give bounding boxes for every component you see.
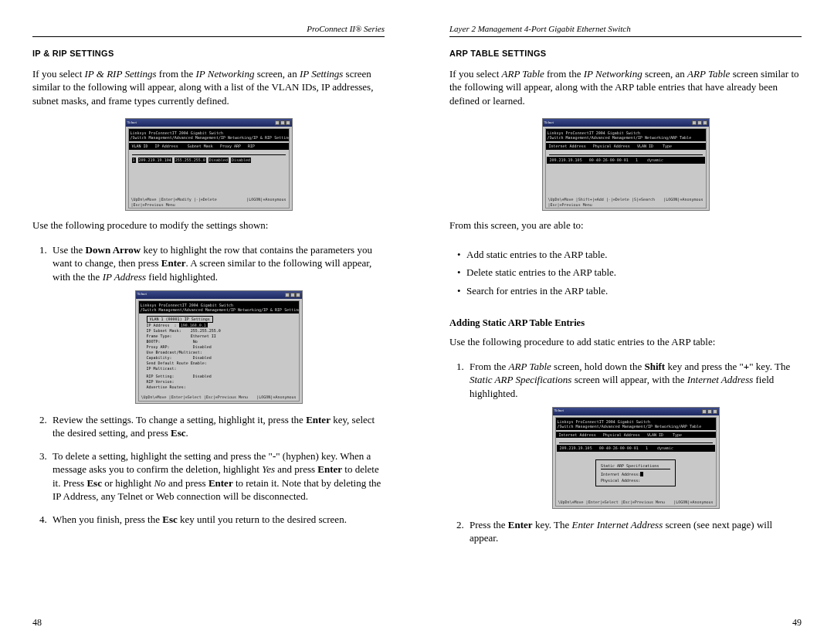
- header-left: ProConnect II® Series: [32, 23, 385, 37]
- arp-row: 209.219.19.105 00-40-26-00-00-01 1 dynam…: [547, 157, 705, 164]
- from-screen-text: From this screen, you are able to:: [449, 219, 802, 232]
- min-icon: [285, 293, 290, 297]
- term-header: Linksys ProConnectIT 2004 Gigabit Switch…: [129, 129, 289, 141]
- close-icon: [703, 120, 707, 125]
- step-3: To delete a setting, highlight the setti…: [49, 449, 385, 503]
- header-right: Layer 2 Management 4-Port Gigabit Ethern…: [449, 23, 802, 37]
- page-spread: ProConnect II® Series Ip & Rip Settings …: [0, 0, 834, 644]
- static-arp-box: Static ARP Specifications Internet Addre…: [595, 459, 676, 486]
- step-1: Use the Down Arrow key to highlight the …: [49, 243, 385, 404]
- figure-ip-edit: Telnet Linksys ProConnectIT 2004 Gigabit…: [53, 290, 385, 404]
- term-header: Linksys ProConnectIT 2004 Gigabit Switch…: [139, 301, 299, 314]
- use-procedure-text: Use the following procedure to modify th…: [32, 219, 385, 232]
- terminal-window: Telnet Linksys ProConnectIT 2004 Gigabit…: [135, 290, 303, 404]
- heading-ip-rip: Ip & Rip Settings: [32, 48, 385, 59]
- ip-address-field: 198.168.0.1: [179, 323, 208, 327]
- max-icon: [290, 293, 295, 297]
- intro-left: If you select IP & RIP Settings from the…: [32, 67, 385, 108]
- window-controls: [275, 120, 290, 125]
- close-icon: [286, 120, 290, 125]
- bullet-search: Search for entries in the ARP table.: [457, 284, 802, 298]
- bullet-add: Add static entries to the ARP table.: [457, 248, 802, 262]
- header-right-text: Layer 2 Management 4-Port Gigabit Ethern…: [449, 23, 631, 35]
- term-form: VLAN 1 (00001) IP Settings IP Address : …: [139, 314, 299, 392]
- step-4: When you finish, press the Esc key until…: [49, 513, 385, 527]
- term-data-row: 1 209.219.19.104 255.255.255.0 Disabled …: [129, 157, 289, 164]
- page-number-left: 48: [32, 616, 42, 629]
- close-icon: [713, 409, 717, 414]
- titlebar: Telnet: [136, 291, 302, 299]
- page-number-right: 49: [792, 616, 802, 629]
- figure-ip-settings: Telnet Linksys ProConnectIT 2004 Gigabit…: [32, 118, 385, 211]
- terminal-window: Telnet Linksys ProConnectIT 2004 Gigabit…: [552, 407, 720, 509]
- min-icon: [692, 120, 697, 125]
- figure-static-arp: Telnet Linksys ProConnectIT 2004 Gigabit…: [470, 407, 802, 509]
- term-columns: VLAN ID IP Address Subnet Mask Proxy ARP…: [129, 143, 289, 150]
- heading-arp-table: Arp Table Settings: [449, 48, 802, 59]
- terminal-window: Telnet Linksys ProConnectIT 2004 Gigabit…: [125, 118, 293, 211]
- max-icon: [280, 120, 285, 125]
- close-icon: [296, 293, 300, 297]
- internet-address-field: [640, 472, 643, 476]
- step-2: Review the settings. To change a setting…: [49, 413, 385, 440]
- header-left-text: ProConnect II® Series: [307, 23, 385, 35]
- left-page: ProConnect II® Series Ip & Rip Settings …: [0, 23, 417, 629]
- sub-intro: Use the following procedure to add stati…: [449, 335, 802, 349]
- right-page: Layer 2 Management 4-Port Gigabit Ethern…: [417, 23, 834, 629]
- term-footer: \UpDn\=Move |Enter|=Modify |-|=Delete |E…: [131, 197, 286, 208]
- figure-arp-table: Telnet Linksys ProConnectIT 2004 Gigabit…: [449, 118, 802, 211]
- terminal-window: Telnet Linksys ProConnectIT 2004 Gigabit…: [542, 118, 710, 211]
- capabilities-list: Add static entries to the ARP table. Del…: [449, 243, 802, 303]
- max-icon: [707, 409, 712, 414]
- intro-right: If you select ARP Table from the IP Netw…: [449, 67, 802, 108]
- r-step-1: From the ARP Table screen, hold down the…: [466, 360, 802, 509]
- subheading-add-arp: Adding Static ARP Table Entries: [449, 317, 802, 330]
- bullet-delete: Delete static entries to the ARP table.: [457, 266, 802, 280]
- max-icon: [697, 120, 702, 125]
- procedure-list-left: Use the Down Arrow key to highlight the …: [32, 243, 385, 535]
- procedure-list-right: From the ARP Table screen, hold down the…: [449, 360, 802, 554]
- titlebar: Telnet: [126, 119, 292, 127]
- min-icon: [702, 409, 707, 414]
- r-step-2: Press the Enter key. The Enter Internet …: [466, 518, 802, 545]
- min-icon: [275, 120, 280, 125]
- titlebar-text: Telnet: [127, 120, 137, 126]
